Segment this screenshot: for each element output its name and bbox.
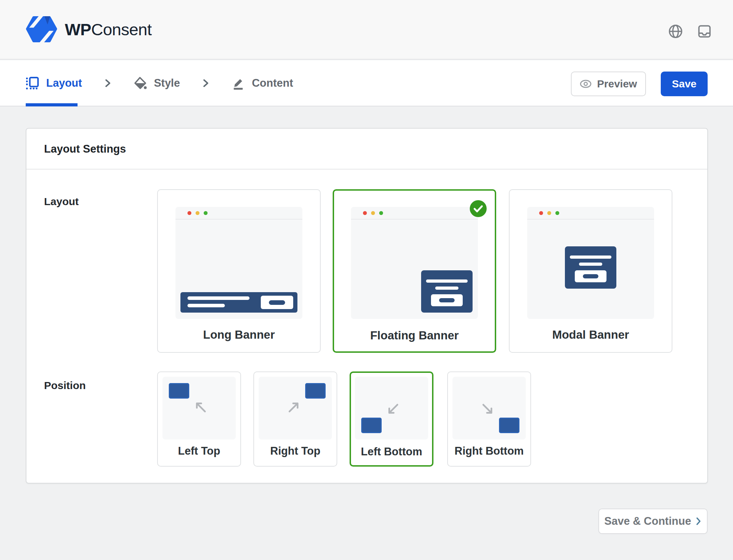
banner-text-line [579,263,602,266]
browser-mockup-bar [351,207,478,220]
panel-title-row: Layout Settings [26,129,707,170]
layout-row-label: Layout [44,196,79,208]
banner-position-rect [169,383,189,399]
banner-button-graphic [431,294,463,306]
layout-option-label: Floating Banner [334,329,495,342]
globe-icon[interactable] [667,23,684,39]
layout-icon [26,76,39,90]
arrow-up-left-icon [193,399,208,414]
browser-mockup-body [351,220,478,318]
banner-button-pill [583,274,598,278]
banner-button-pill [269,300,285,305]
tab-layout[interactable]: Layout [26,76,82,90]
wpconsent-logo: WPConsent [25,15,152,44]
window-dot-red [187,211,191,215]
arrow-down-right-icon [481,402,495,417]
position-option-label: Right Top [254,445,337,457]
tab-layout-label: Layout [46,77,82,90]
banner-text-line [187,296,250,300]
position-preview [355,377,428,439]
banner-position-rect [305,383,326,399]
selected-check-badge [469,200,487,217]
position-option-label: Right Bottom [448,445,530,457]
eye-icon [580,80,592,88]
nav-tabs: Layout Style Conten [26,60,293,106]
position-option-label: Left Bottom [351,445,432,458]
window-dot-yellow [547,211,551,215]
layout-option-floating-banner[interactable]: Floating Banner [333,189,496,353]
window-dot-green [379,211,383,215]
window-dot-green [204,211,208,215]
browser-mockup [351,207,478,319]
header-actions [667,23,713,39]
chevron-right-icon [202,79,210,87]
browser-mockup [175,207,302,319]
wpconsent-logo-icon [25,15,57,44]
tab-style-label: Style [154,77,180,90]
arrow-up-right-icon [287,399,302,414]
browser-mockup [527,207,654,319]
save-button-label: Save [672,78,696,90]
banner-button-graphic [261,296,293,309]
wpconsent-settings-page: WPConsent [0,0,733,560]
position-option-right-top[interactable]: Right Top [253,371,337,467]
floating-banner-graphic [421,270,473,313]
active-tab-underline [26,103,78,106]
position-row-label: Position [44,380,86,392]
browser-mockup-body [527,220,654,318]
brand-consent: Consent [91,20,152,39]
banner-text-line [187,304,225,307]
window-dot-red [363,211,367,215]
position-preview [162,377,236,439]
tab-content[interactable]: Content [232,76,293,90]
banner-button-pill [439,298,455,302]
long-banner-graphic [180,292,297,313]
brand-wp: WP [65,20,91,39]
browser-mockup-body [175,220,302,318]
window-dot-yellow [371,211,375,215]
window-dot-yellow [196,211,199,215]
chevron-right-icon [104,79,112,87]
position-preview [259,377,332,439]
panel-title: Layout Settings [44,143,126,155]
banner-text-line [435,287,458,290]
save-and-continue-button[interactable]: Save & Continue [598,509,708,534]
layout-option-label: Long Banner [158,328,320,341]
position-option-label: Left Top [158,445,240,457]
tab-style[interactable]: Style [134,76,180,90]
chevron-right-icon [695,517,702,526]
wpconsent-logo-text: WPConsent [65,20,152,39]
tab-content-label: Content [252,77,293,90]
inbox-icon[interactable] [696,23,713,39]
banner-button-graphic [575,270,606,282]
position-option-left-top[interactable]: Left Top [157,371,241,467]
app-header: WPConsent [0,0,733,60]
paint-bucket-icon [134,76,147,90]
browser-mockup-bar [175,207,302,220]
settings-nav: Layout Style Conten [0,60,733,106]
window-dot-red [539,211,543,215]
banner-position-rect [361,418,382,433]
banner-position-rect [499,418,519,433]
banner-text-line [426,279,468,283]
preview-button-label: Preview [597,78,637,90]
preview-button[interactable]: Preview [571,72,646,96]
save-and-continue-label: Save & Continue [604,515,691,528]
position-option-left-bottom[interactable]: Left Bottom [350,371,433,467]
window-dot-green [555,211,559,215]
layout-option-label: Modal Banner [510,328,672,341]
layout-settings-panel: Layout Settings Layout [26,128,708,484]
modal-banner-graphic [565,246,616,289]
layout-option-long-banner[interactable]: Long Banner [157,189,321,353]
arrow-down-left-icon [385,402,400,417]
browser-mockup-bar [527,207,654,220]
pencil-icon [232,76,245,90]
banner-text-line [570,256,611,259]
position-option-right-bottom[interactable]: Right Bottom [447,371,531,467]
position-preview [452,377,526,439]
layout-option-modal-banner[interactable]: Modal Banner [509,189,672,353]
nav-actions: Preview Save [571,72,708,96]
save-button[interactable]: Save [661,72,708,96]
